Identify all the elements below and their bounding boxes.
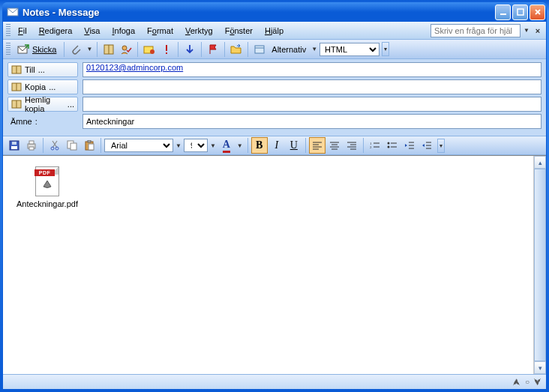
menubar: Fil Redigera Visa Infoga Format Verktyg … (3, 22, 546, 40)
vertical-scrollbar[interactable]: ▴ ▾ (533, 156, 546, 374)
toolbar-grip[interactable] (6, 43, 10, 56)
flag-button[interactable] (205, 41, 221, 58)
to-field[interactable]: 0120123@admincorp.com (82, 62, 542, 77)
book-icon (11, 100, 22, 109)
message-body[interactable]: PDF Anteckningar.pdf (3, 156, 533, 374)
window-title: Notes - Message (22, 7, 495, 18)
minimize-button[interactable] (495, 4, 511, 20)
scroll-down-page-icon[interactable]: ⮟ (534, 378, 542, 386)
importance-high-button[interactable] (158, 41, 175, 58)
help-search-input[interactable] (430, 24, 520, 37)
options-icon-button[interactable] (251, 41, 268, 58)
cc-field[interactable] (82, 79, 542, 94)
scissors-icon (50, 140, 59, 151)
scroll-down-button[interactable]: ▾ (534, 361, 546, 374)
attachment-item[interactable]: PDF Anteckningar.pdf (14, 166, 81, 208)
formatting-toolbar: Arial ▼ 9 ▼ A ▼ B I U 12 ▾ (3, 136, 546, 155)
menu-help[interactable]: Hjälp (259, 24, 290, 37)
send-label: Skicka (32, 45, 56, 54)
help-close-icon[interactable]: × (532, 26, 543, 35)
print-button[interactable] (23, 137, 40, 154)
clipboard-icon (84, 140, 94, 151)
underline-button[interactable]: U (286, 137, 302, 154)
svg-rect-24 (29, 147, 34, 150)
scroll-thumb[interactable] (534, 169, 546, 361)
outdent-icon (404, 141, 415, 150)
menu-insert[interactable]: Infoga (106, 24, 141, 37)
book-icon (103, 44, 115, 55)
size-dropdown-icon[interactable]: ▼ (208, 142, 218, 149)
menu-tools[interactable]: Verktyg (179, 24, 219, 37)
format-toolbar-overflow[interactable]: ▾ (437, 139, 445, 153)
cut-button[interactable] (46, 137, 63, 154)
floppy-icon (9, 140, 20, 151)
send-button[interactable]: Skicka (13, 43, 61, 55)
copy-button[interactable] (64, 137, 80, 154)
numbered-list-button[interactable]: 12 (367, 137, 383, 154)
scroll-up-page-icon[interactable]: ⮝ (513, 378, 520, 386)
help-dropdown-icon[interactable]: ▼ (522, 27, 531, 34)
font-size-select[interactable]: 9 (184, 139, 208, 152)
align-right-icon (346, 141, 357, 150)
svg-point-8 (150, 49, 154, 54)
svg-rect-23 (29, 141, 34, 144)
maximize-button[interactable] (512, 4, 528, 20)
importance-low-button[interactable] (182, 41, 198, 58)
increase-indent-button[interactable] (418, 137, 435, 154)
cc-button[interactable]: Kopia... (8, 79, 78, 94)
subject-field[interactable] (82, 114, 542, 129)
save-button[interactable] (6, 137, 22, 154)
address-book-button[interactable] (100, 41, 117, 58)
send-icon (17, 43, 29, 55)
menu-view[interactable]: Visa (78, 24, 106, 37)
to-button[interactable]: Till... (8, 62, 78, 77)
outlook-message-window: Notes - Message Fil Redigera Visa Infoga… (0, 0, 549, 392)
close-button[interactable] (530, 4, 545, 20)
book-icon (11, 82, 22, 91)
svg-rect-1 (500, 13, 506, 15)
check-names-button[interactable] (118, 41, 134, 58)
permission-button[interactable] (141, 41, 158, 58)
decrease-indent-button[interactable] (401, 137, 418, 154)
message-format-select[interactable]: HTML (320, 43, 380, 56)
bcc-button[interactable]: Hemlig kopia... (8, 97, 78, 112)
menu-file[interactable]: Fil (12, 24, 33, 37)
svg-point-6 (122, 46, 127, 50)
bold-button[interactable]: B (251, 137, 268, 154)
font-color-icon: A (223, 139, 230, 153)
menu-edit[interactable]: Redigera (33, 24, 79, 37)
attach-button[interactable] (68, 41, 84, 58)
folder-arrow-icon (230, 44, 242, 55)
align-right-button[interactable] (344, 137, 360, 154)
font-color-button[interactable]: A (218, 137, 235, 154)
align-center-button[interactable] (326, 137, 343, 154)
align-left-button[interactable] (309, 137, 326, 154)
options-label[interactable]: Alternativ (268, 45, 309, 54)
align-center-icon (329, 141, 340, 150)
svg-rect-20 (11, 146, 17, 149)
toolbar-grip[interactable] (6, 24, 10, 37)
toolbar-overflow[interactable]: ▾ (382, 42, 389, 56)
menu-format[interactable]: Format (141, 24, 179, 37)
insert-file-button[interactable] (228, 41, 244, 58)
svg-rect-10 (166, 52, 167, 54)
bcc-field[interactable] (82, 97, 542, 112)
browse-object-icon[interactable]: ○ (525, 378, 530, 386)
font-color-dropdown[interactable]: ▼ (236, 142, 244, 149)
paste-button[interactable] (81, 137, 98, 154)
menu-window[interactable]: Fönster (219, 24, 259, 37)
printer-icon (26, 140, 37, 151)
svg-rect-30 (88, 140, 91, 142)
message-header: Till... 0120123@admincorp.com Kopia... H… (3, 59, 546, 136)
copy-icon (67, 140, 77, 151)
titlebar[interactable]: Notes - Message (2, 2, 547, 22)
options-dropdown[interactable]: ▼ (310, 46, 319, 52)
font-select[interactable]: Arial (104, 139, 173, 152)
bullet-list-button[interactable] (384, 137, 400, 154)
message-body-area: PDF Anteckningar.pdf ▴ ▾ (3, 155, 546, 374)
attach-dropdown[interactable]: ▼ (85, 46, 94, 52)
italic-button[interactable]: I (268, 137, 285, 154)
scroll-up-button[interactable]: ▴ (534, 156, 546, 169)
font-dropdown-icon[interactable]: ▼ (174, 142, 183, 149)
person-check-icon (120, 44, 132, 55)
